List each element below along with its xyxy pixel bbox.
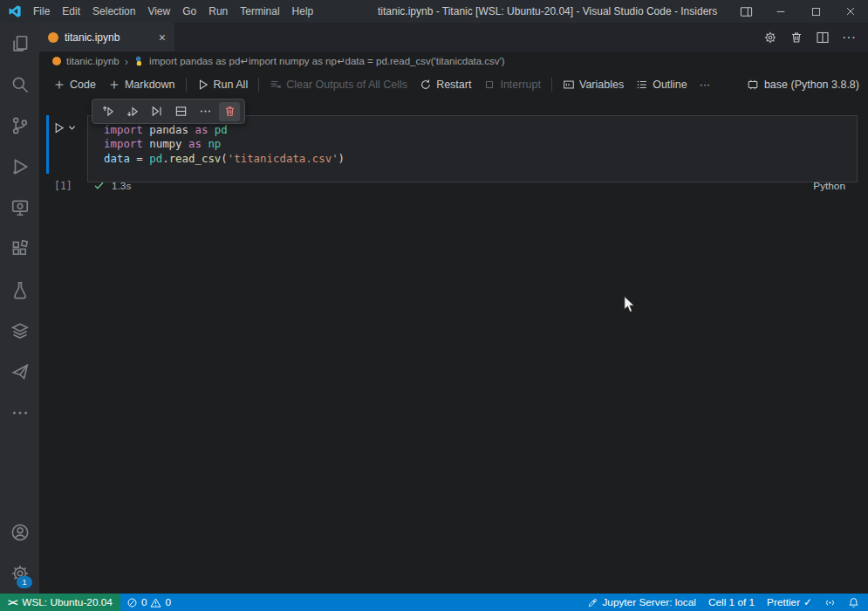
- rocket-icon: [587, 597, 598, 608]
- add-markdown-label: Markdown: [125, 79, 175, 91]
- interrupt-kernel-button: Interrupt: [477, 74, 547, 95]
- add-code-cell-button[interactable]: Code: [47, 74, 102, 95]
- cell-code[interactable]: import pandas as pdimport numpy as npdat…: [87, 115, 858, 182]
- split-editor-icon[interactable]: [816, 31, 830, 45]
- vscode-insiders-logo-icon: [8, 4, 22, 18]
- more-views-icon[interactable]: [0, 392, 39, 433]
- more-toolbar-actions-icon[interactable]: ···: [694, 74, 717, 95]
- menu-run[interactable]: Run: [202, 0, 234, 23]
- chevron-right-icon: ›: [125, 56, 128, 67]
- cell-hover-toolbar: [92, 99, 245, 124]
- check-icon: ✓: [803, 596, 812, 608]
- remote-indicator[interactable]: >< WSL: Ubuntu-20.04: [0, 594, 120, 611]
- execution-count: [1]: [54, 180, 72, 192]
- menu-help[interactable]: Help: [286, 0, 320, 23]
- settings-badge: 1: [17, 576, 32, 588]
- cell-position-label: Cell 1 of 1: [708, 596, 755, 608]
- testing-beaker-icon[interactable]: [0, 269, 39, 310]
- maximize-button[interactable]: [798, 0, 833, 23]
- menu-selection[interactable]: Selection: [86, 0, 141, 23]
- status-bar: >< WSL: Ubuntu-20.04 0 0 Jupyter Server:…: [0, 594, 868, 611]
- warning-count: 0: [165, 596, 171, 608]
- interrupt-label: Interrupt: [500, 79, 541, 91]
- menu-go[interactable]: Go: [176, 0, 202, 23]
- settings-gear-icon[interactable]: 1: [0, 553, 39, 594]
- python-icon: [133, 56, 144, 66]
- paper-plane-icon[interactable]: [0, 351, 39, 392]
- problems-status[interactable]: 0 0: [120, 594, 177, 611]
- menu-edit[interactable]: Edit: [56, 0, 86, 23]
- variables-button[interactable]: Variables: [557, 74, 630, 95]
- close-tab-icon[interactable]: ×: [159, 31, 166, 44]
- delete-cell-icon[interactable]: [219, 102, 240, 121]
- add-code-label: Code: [70, 79, 96, 91]
- toolbar-separator: [186, 78, 187, 92]
- execute-above-icon[interactable]: [97, 102, 118, 121]
- notebook-toolbar: Code Markdown Run All Clear Outputs of A…: [39, 71, 868, 98]
- minimize-button[interactable]: [763, 0, 798, 23]
- outline-label: Outline: [653, 79, 687, 91]
- extensions-icon[interactable]: [0, 228, 39, 269]
- error-count: 0: [141, 596, 147, 608]
- variables-label: Variables: [579, 79, 624, 91]
- remote-label: WSL: Ubuntu-20.04: [22, 596, 113, 608]
- broadcast-icon[interactable]: [818, 594, 842, 611]
- layout-toggle-button[interactable]: [728, 0, 763, 23]
- breadcrumb-cell-preview[interactable]: import pandas as pd↵import numpy as np↵d…: [149, 55, 505, 67]
- tab-bar: titanic.ipynb × ···: [39, 23, 868, 51]
- explorer-icon[interactable]: [0, 23, 39, 64]
- remote-explorer-icon[interactable]: [0, 187, 39, 228]
- breadcrumb: titanic.ipynb › import pandas as pd↵impo…: [39, 51, 868, 71]
- restart-kernel-button[interactable]: Restart: [413, 74, 477, 95]
- toolbar-separator: [551, 78, 552, 92]
- title-bar: File Edit Selection View Go Run Terminal…: [0, 0, 868, 23]
- cell-focus-indicator: [46, 115, 49, 174]
- close-window-button[interactable]: [833, 0, 868, 23]
- run-icon: [52, 121, 65, 134]
- warning-icon: [150, 597, 161, 608]
- search-icon[interactable]: [0, 64, 39, 105]
- tab-label: titanic.ipynb: [65, 31, 120, 44]
- run-cell-button[interactable]: [52, 121, 76, 134]
- add-markdown-cell-button[interactable]: Markdown: [102, 74, 181, 95]
- clear-outputs-label: Clear Outputs of All Cells: [286, 79, 407, 91]
- activity-bar: 1: [0, 23, 39, 594]
- error-icon: [126, 597, 138, 608]
- vscode-window: File Edit Selection View Go Run Terminal…: [0, 0, 868, 611]
- menu-view[interactable]: View: [141, 0, 176, 23]
- cell-status-bar: 1.3s Python: [87, 175, 858, 196]
- tab-titanic-ipynb[interactable]: titanic.ipynb ×: [39, 23, 174, 51]
- trash-icon[interactable]: [789, 31, 803, 45]
- menu-terminal[interactable]: Terminal: [234, 0, 285, 23]
- notebook-cell: import pandas as pdimport numpy as npdat…: [46, 115, 858, 198]
- split-cell-icon[interactable]: [170, 102, 191, 121]
- outline-button[interactable]: Outline: [630, 74, 694, 95]
- remote-icon: ><: [8, 597, 17, 608]
- window-title: titanic.ipynb - Titanic [WSL: Ubuntu-20.…: [378, 0, 717, 23]
- jupyter-server-label: Jupyter Server: local: [602, 596, 696, 608]
- cell-language-picker[interactable]: Python: [813, 180, 845, 192]
- run-by-line-icon[interactable]: [146, 102, 167, 121]
- kernel-picker[interactable]: base (Python 3.8.8): [747, 79, 859, 91]
- more-cell-actions-icon[interactable]: [195, 102, 215, 121]
- jupyter-notebook-icon: [48, 32, 58, 43]
- jupyter-server-status[interactable]: Jupyter Server: local: [581, 594, 702, 611]
- layers-icon[interactable]: [0, 310, 39, 351]
- source-control-icon[interactable]: [0, 105, 39, 146]
- cell-position-status[interactable]: Cell 1 of 1: [702, 594, 761, 611]
- more-actions-icon[interactable]: ···: [842, 30, 856, 45]
- notifications-bell-icon[interactable]: [842, 594, 868, 611]
- kernel-label: base (Python 3.8.8): [764, 79, 859, 91]
- breadcrumb-file[interactable]: titanic.ipynb: [66, 56, 120, 66]
- account-icon[interactable]: [0, 511, 39, 553]
- gear-icon[interactable]: [763, 31, 777, 45]
- menu-file[interactable]: File: [27, 0, 56, 23]
- execute-below-icon[interactable]: [121, 102, 142, 121]
- run-debug-icon[interactable]: [0, 146, 39, 187]
- chevron-down-icon: [68, 124, 76, 132]
- editor-area: titanic.ipynb × ···: [39, 23, 868, 594]
- editor-actions: ···: [763, 23, 868, 51]
- run-all-button[interactable]: Run All: [191, 74, 255, 95]
- prettier-status[interactable]: Prettier ✓: [761, 594, 818, 611]
- run-all-label: Run All: [214, 79, 249, 91]
